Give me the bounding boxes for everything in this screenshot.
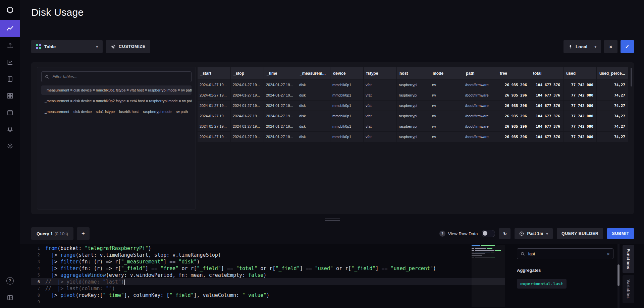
nav-tasks[interactable] — [0, 104, 20, 121]
nav-books[interactable] — [0, 71, 20, 87]
tab-functions[interactable]: Functions — [623, 245, 634, 273]
raw-data-help-icon[interactable]: ? — [439, 231, 445, 237]
editor-line[interactable]: 5 |> aggregateWindow(every: v.windowPeri… — [31, 272, 505, 279]
nav-alerts[interactable] — [0, 121, 20, 138]
minimap-viewport — [472, 245, 505, 307]
upload-icon — [7, 42, 13, 49]
editor-line[interactable]: 2 |> range(start: v.timeRangeStart, stop… — [31, 252, 505, 258]
time-range-dropdown[interactable]: Past 1m ▾ — [515, 228, 552, 239]
column-header[interactable]: total — [530, 67, 563, 79]
table-cell: mmcblk0p1 — [330, 111, 363, 121]
line-number: 2 — [31, 253, 40, 257]
customize-button[interactable]: CUSTOMIZE — [106, 40, 150, 53]
code-text: |> filter(fn: (r) => r["_measurement"] =… — [45, 259, 200, 265]
editor-line[interactable]: 4 |> filter(fn: (r) => r["_field"] == "f… — [31, 265, 505, 272]
table-cell: 2024-01-27 19... — [231, 111, 264, 121]
function-searchbox[interactable]: × — [517, 248, 613, 259]
table-cell: raspberrypi — [397, 132, 430, 142]
query-tab[interactable]: Query 1 (0.10s) — [31, 227, 73, 240]
group-key-list: _measurement = disk device = mmcblk0p1 f… — [41, 85, 192, 116]
filter-tables-searchbox[interactable] — [41, 71, 192, 82]
table-cell: mmcblk0p1 — [330, 80, 363, 90]
local-dropdown[interactable]: Local ▾ — [564, 40, 601, 53]
nav-data-explorer[interactable] — [0, 20, 20, 37]
group-key-item[interactable]: _measurement = disk device = mmcblk0p1 f… — [41, 85, 192, 95]
table-cell: 104 677 376 — [530, 132, 563, 142]
editor-line[interactable]: 8 |> pivot(rowKey:["_time"], columnKey: … — [31, 292, 505, 299]
column-header[interactable]: host — [397, 67, 430, 79]
table-cell: vfat — [364, 101, 396, 111]
table-cell: 2024-01-27 19... — [198, 80, 230, 90]
table-cell: 2024-01-27 19... — [198, 101, 230, 111]
code-text: from(bucket: "telegrafRaspberryPi") — [45, 245, 151, 251]
functions-scrollbar-thumb[interactable] — [618, 264, 620, 286]
table-cell: 2024-01-27 19... — [231, 132, 264, 142]
query-builder-button[interactable]: QUERY BUILDER — [557, 228, 603, 239]
column-header[interactable]: path — [463, 67, 497, 79]
flux-editor[interactable]: 1from(bucket: "telegrafRaspberryPi")2 |>… — [31, 245, 505, 305]
group-key-item[interactable]: _measurement = disk device = sda1 fstype… — [41, 107, 192, 116]
editor-line[interactable]: 9 — [31, 299, 505, 305]
column-header[interactable]: _measurem... — [297, 67, 330, 79]
gear-icon — [111, 44, 116, 49]
influxdb-logo[interactable] — [0, 0, 20, 20]
column-header[interactable]: _stop — [231, 67, 264, 79]
editor-line[interactable]: 7// |> last(column: "") — [31, 285, 505, 292]
table-cell: 74,27 — [597, 111, 628, 121]
graph-icon — [6, 25, 14, 32]
table-cell: 26 935 296 — [497, 132, 530, 142]
nav-settings[interactable] — [0, 138, 20, 155]
column-header[interactable]: free — [497, 67, 530, 79]
editor-line[interactable]: 3 |> filter(fn: (r) => r["_measurement"]… — [31, 258, 505, 265]
column-header[interactable]: _start — [198, 67, 230, 79]
nav-load-data[interactable] — [0, 37, 20, 54]
clear-search-icon[interactable]: × — [607, 251, 610, 257]
help-button[interactable]: ? — [0, 272, 20, 289]
toggle-knob — [483, 231, 487, 236]
editor-line[interactable]: 1from(bucket: "telegrafRaspberryPi") — [31, 245, 505, 252]
column-header[interactable]: used_perce... — [597, 67, 628, 79]
function-search-input[interactable] — [528, 251, 604, 257]
table-cell: 74,27 — [597, 121, 628, 131]
table-cell: 26 935 296 — [497, 101, 530, 111]
table-cell: rw — [430, 90, 463, 100]
column-header[interactable]: used — [564, 67, 596, 79]
refresh-button[interactable]: ↻ — [499, 228, 511, 239]
line-number: 3 — [31, 259, 40, 264]
editor-line[interactable]: 6// |> yield(name: "last") — [31, 279, 505, 285]
code-text: |> range(start: v.timeRangeStart, stop: … — [45, 252, 221, 258]
nav-dashboards[interactable] — [0, 87, 20, 104]
filter-tables-input[interactable] — [52, 74, 188, 79]
view-raw-data-label: View Raw Data — [448, 231, 478, 236]
table-cell: /boot/firmware — [463, 90, 497, 100]
save-cell-button[interactable]: ✓ — [621, 40, 634, 53]
functions-section-title: Aggregates — [517, 268, 617, 273]
resize-handle[interactable] — [325, 219, 340, 222]
column-header[interactable]: mode — [430, 67, 463, 79]
add-query-button[interactable]: + — [77, 227, 90, 240]
table-cell: /boot/firmware — [463, 101, 497, 111]
function-item[interactable]: experimental.last — [517, 279, 567, 289]
influxdb-cube-icon — [6, 6, 14, 14]
submit-button[interactable]: SUBMIT — [607, 228, 634, 239]
nav-collapse[interactable] — [0, 289, 20, 306]
column-header[interactable]: fstype — [364, 67, 396, 79]
table-cell: 77 742 080 — [564, 80, 596, 90]
table-cell: 2024-01-27 19... — [264, 111, 297, 121]
table-cell: rw — [430, 111, 463, 121]
table-scrollbar[interactable] — [631, 68, 632, 86]
view-type-dropdown[interactable]: Table ▾ — [31, 40, 103, 53]
table-cell: disk — [297, 80, 330, 90]
column-header[interactable]: _time — [264, 67, 297, 79]
tab-variables[interactable]: Variables — [623, 275, 634, 303]
column-header[interactable]: device — [330, 67, 363, 79]
visualization-panel: _measurement = disk device = mmcblk0p1 f… — [31, 62, 634, 214]
view-raw-toggle[interactable] — [482, 230, 495, 237]
data-table-header: _start_stop_time_measurem...devicefstype… — [198, 67, 629, 79]
calendar-icon — [7, 109, 13, 116]
nav-notebooks[interactable] — [0, 54, 20, 71]
delete-cell-button[interactable]: × — [604, 40, 618, 53]
group-key-item[interactable]: _measurement = disk device = mmcblk0p2 f… — [41, 96, 192, 106]
table-cell: raspberrypi — [397, 101, 430, 111]
editor-minimap[interactable] — [472, 245, 505, 307]
